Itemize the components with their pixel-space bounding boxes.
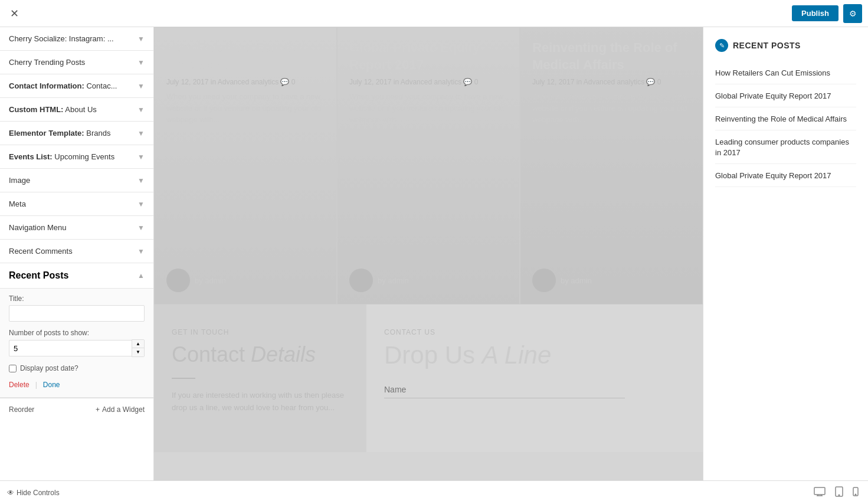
tablet-icon bbox=[835, 486, 843, 499]
view-buttons bbox=[811, 484, 861, 502]
widget-actions: Delete | Done bbox=[9, 378, 145, 391]
hide-controls-label: Hide Controls bbox=[17, 489, 60, 497]
done-link[interactable]: Done bbox=[43, 381, 60, 389]
hide-controls-button[interactable]: 👁 Hide Controls bbox=[7, 489, 60, 497]
publish-button[interactable]: Publish bbox=[792, 5, 838, 21]
post-card-excerpt: When you need your company to have a new… bbox=[532, 91, 690, 126]
widget-label: Custom HTML: About Us bbox=[9, 105, 97, 114]
title-input[interactable] bbox=[9, 305, 145, 322]
sidebar-footer: Reorder + Add a Widget bbox=[0, 398, 153, 421]
display-date-label: Display post date? bbox=[20, 364, 78, 372]
mobile-view-button[interactable] bbox=[850, 484, 861, 502]
widget-label: Navigation Menu bbox=[9, 223, 67, 232]
sidebar-item-contact-info[interactable]: Contact Information: Contac... ▼ bbox=[0, 74, 153, 98]
title-field-group: Title: bbox=[9, 294, 145, 322]
desktop-view-button[interactable] bbox=[811, 484, 828, 502]
contact-text: If you are interested in working with us… bbox=[172, 390, 349, 414]
sidebar-item-image[interactable]: Image ▼ bbox=[0, 169, 153, 192]
sidebar-item-cherry-trending[interactable]: Cherry Trending Posts ▼ bbox=[0, 51, 153, 74]
svg-rect-0 bbox=[814, 487, 825, 495]
num-posts-spinner[interactable]: ▲ ▼ bbox=[132, 339, 145, 357]
post-card-3: Reinventing the Role of Medical Affairs … bbox=[520, 27, 703, 305]
post-card-1: How Retailers Can Cut Emissions July 12,… bbox=[154, 27, 337, 305]
chevron-down-icon: ▼ bbox=[137, 224, 145, 232]
separator: | bbox=[35, 381, 37, 389]
add-widget-label: Add a Widget bbox=[102, 405, 145, 414]
post-card-meta: July 12, 2017 in Advanced analytics 💬 0 bbox=[532, 78, 690, 86]
drop-title: Drop Us A Line bbox=[384, 341, 685, 369]
spinner-up-button[interactable]: ▲ bbox=[132, 340, 144, 348]
post-link[interactable]: Leading consumer products companies in 2… bbox=[715, 138, 849, 157]
reorder-button[interactable]: Reorder bbox=[9, 405, 34, 414]
num-posts-label: Number of posts to show: bbox=[9, 329, 145, 337]
num-posts-input[interactable] bbox=[9, 340, 132, 356]
settings-button[interactable]: ⚙ bbox=[843, 4, 862, 23]
title-label: Title: bbox=[9, 294, 145, 303]
svg-point-5 bbox=[838, 495, 840, 496]
close-icon: ✕ bbox=[10, 7, 19, 20]
post-card-title: Reinventing the Role of Medical Affairs bbox=[532, 40, 690, 73]
recent-posts-title: RECENT POSTS bbox=[733, 41, 801, 50]
gear-icon: ⚙ bbox=[849, 9, 857, 18]
list-item: Leading consumer products companies in 2… bbox=[715, 130, 856, 164]
sidebar-item-custom-html[interactable]: Custom HTML: About Us ▼ bbox=[0, 98, 153, 122]
post-card-author: by admin bbox=[166, 263, 325, 292]
svg-point-7 bbox=[855, 494, 856, 495]
author-name: by admin bbox=[378, 276, 409, 285]
add-widget-button[interactable]: + Add a Widget bbox=[96, 405, 145, 414]
chevron-down-icon: ▼ bbox=[137, 106, 145, 114]
post-card-meta: July 12, 2017 in Advanced analytics 💬 0 bbox=[166, 78, 325, 86]
widget-label: Cherry Socialize: Instagram: ... bbox=[9, 34, 114, 43]
sidebar-item-events-list[interactable]: Events List: Upcoming Events ▼ bbox=[0, 145, 153, 169]
tablet-view-button[interactable] bbox=[833, 484, 846, 502]
pencil-icon: ✎ bbox=[715, 39, 728, 52]
post-link[interactable]: Reinventing the Role of Medical Affairs bbox=[715, 114, 847, 123]
contact-title: Contact Details bbox=[172, 342, 349, 367]
recent-posts-header: ✎ RECENT POSTS bbox=[715, 39, 856, 52]
chevron-down-icon: ▼ bbox=[137, 58, 145, 67]
topbar: ✕ Publish ⚙ bbox=[0, 0, 868, 27]
widget-label: Meta bbox=[9, 199, 26, 208]
widget-label: Recent Posts bbox=[9, 270, 68, 281]
chevron-down-icon: ▼ bbox=[137, 176, 145, 185]
content-area: How Retailers Can Cut Emissions July 12,… bbox=[154, 27, 703, 480]
sidebar-item-meta[interactable]: Meta ▼ bbox=[0, 192, 153, 216]
sidebar-item-cherry-socialize[interactable]: Cherry Socialize: Instagram: ... ▼ bbox=[0, 27, 153, 51]
author-avatar bbox=[532, 269, 556, 292]
list-item: Reinventing the Role of Medical Affairs bbox=[715, 107, 856, 130]
list-item: Global Private Equity Report 2017 bbox=[715, 164, 856, 187]
list-item: Global Private Equity Report 2017 bbox=[715, 84, 856, 107]
chevron-down-icon: ▼ bbox=[137, 200, 145, 208]
post-link[interactable]: Global Private Equity Report 2017 bbox=[715, 91, 831, 100]
drop-section: CONTACT US Drop Us A Line bbox=[366, 305, 703, 452]
post-card-author: by admin bbox=[349, 263, 507, 292]
display-date-group: Display post date? bbox=[9, 364, 145, 372]
name-input[interactable] bbox=[384, 381, 625, 398]
sidebar-item-recent-comments[interactable]: Recent Comments ▼ bbox=[0, 240, 153, 263]
chevron-down-icon: ▼ bbox=[137, 247, 145, 256]
post-link[interactable]: How Retailers Can Cut Emissions bbox=[715, 68, 830, 77]
post-link[interactable]: Global Private Equity Report 2017 bbox=[715, 171, 831, 180]
chevron-down-icon: ▼ bbox=[137, 35, 145, 43]
sidebar-item-recent-posts[interactable]: Recent Posts ▲ bbox=[0, 263, 153, 289]
sidebar-item-elementor-template[interactable]: Elementor Template: Brands ▼ bbox=[0, 122, 153, 145]
post-card-meta: July 12, 2017 in Advanced analytics 💬 0 bbox=[349, 78, 507, 86]
spinner-down-button[interactable]: ▼ bbox=[132, 348, 144, 356]
contact-section: GET IN TOUCH Contact Details If you are … bbox=[154, 305, 366, 452]
post-card-title: How Retailers Can Cut Emissions bbox=[166, 40, 325, 73]
close-button[interactable]: ✕ bbox=[6, 5, 22, 22]
eye-icon: 👁 bbox=[7, 489, 14, 497]
sidebar-item-navigation-menu[interactable]: Navigation Menu ▼ bbox=[0, 216, 153, 240]
chevron-up-icon: ▲ bbox=[137, 271, 145, 280]
list-item: How Retailers Can Cut Emissions bbox=[715, 61, 856, 84]
post-card-title: Global Private Equity Report 2017 bbox=[349, 40, 507, 73]
widget-label: Contact Information: Contac... bbox=[9, 81, 117, 90]
display-date-checkbox[interactable] bbox=[9, 365, 17, 372]
plus-icon: + bbox=[96, 405, 100, 414]
author-name: by admin bbox=[561, 276, 592, 285]
post-card-excerpt: When you need your company to have a new… bbox=[166, 91, 325, 126]
widget-label: Cherry Trending Posts bbox=[9, 58, 85, 67]
main-layout: Cherry Socialize: Instagram: ... ▼ Cherr… bbox=[0, 27, 868, 480]
delete-link[interactable]: Delete bbox=[9, 381, 30, 389]
widget-label: Image bbox=[9, 176, 30, 185]
